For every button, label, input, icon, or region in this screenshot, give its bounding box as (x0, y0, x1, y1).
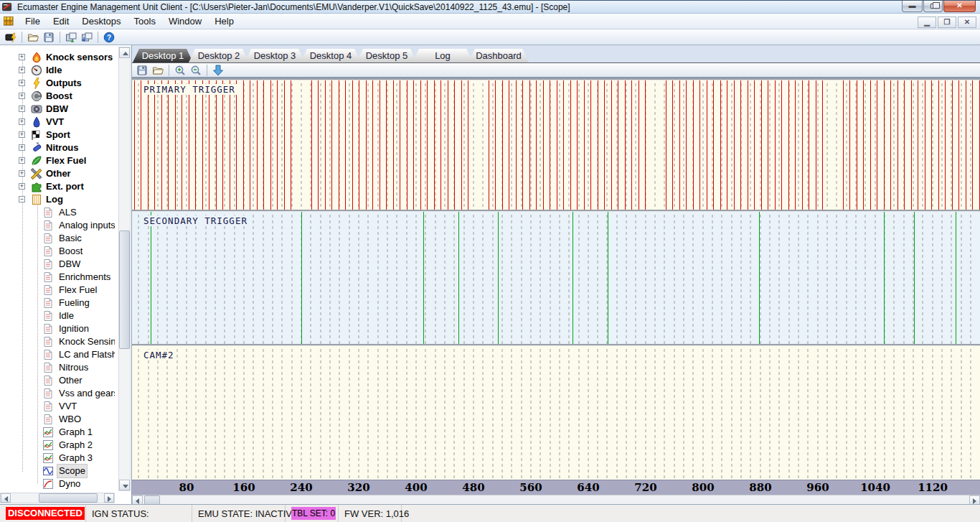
sidebar-item-scope[interactable]: Scope (0, 465, 115, 477)
sidebar-item-ignition[interactable]: Ignition (0, 322, 115, 335)
mdi-restore-button[interactable]: ❐ (938, 17, 956, 28)
sidebar-item-vvt[interactable]: VVT (0, 400, 115, 413)
sidebar-item-idle[interactable]: Idle (0, 309, 115, 322)
tab-log[interactable]: Log (413, 49, 473, 62)
sidebar-item-fueling[interactable]: Fueling (0, 297, 115, 309)
signal-pulse (345, 80, 346, 210)
sidebar-item-outputs[interactable]: +Outputs (0, 77, 115, 90)
signal-pulse (230, 80, 230, 210)
sidebar-item-idle[interactable]: +Idle (0, 64, 115, 77)
svg-text:?: ? (107, 34, 111, 42)
menu-desktops[interactable]: Desktops (75, 14, 127, 29)
menu-tools[interactable]: Tools (128, 14, 162, 29)
save-button[interactable] (134, 64, 150, 77)
expand-icon[interactable]: + (19, 118, 25, 125)
save-button[interactable] (41, 31, 57, 44)
sidebar-item-nitrous[interactable]: Nitrous (0, 361, 115, 374)
signal-pulse (870, 80, 871, 210)
read-emu-button[interactable] (63, 31, 79, 44)
signal-pulse (843, 80, 844, 210)
help-button[interactable]: ? (101, 31, 117, 44)
scope-panel-cam2[interactable]: CAM#2 (132, 346, 980, 480)
tab-desktop-4[interactable]: Desktop 4 (301, 49, 361, 62)
sidebar-item-graph-3[interactable]: Graph 3 (0, 452, 115, 465)
tab-dashboard[interactable]: Dashboard (468, 49, 529, 62)
sidebar-item-nitrous[interactable]: +Nitrous (0, 141, 115, 154)
minimize-button[interactable]: ▬ (902, 1, 923, 12)
sidebar-item-als[interactable]: ALS (0, 206, 115, 219)
menu-file[interactable]: File (19, 14, 47, 29)
expand-icon[interactable]: + (19, 93, 25, 99)
scroll-down-button[interactable] (119, 480, 130, 490)
axis-tick-label: 720 (624, 481, 667, 494)
tree-vertical-scrollbar[interactable] (118, 47, 131, 491)
collapse-icon[interactable]: − (19, 196, 25, 202)
expand-icon[interactable]: + (19, 54, 25, 60)
sidebar-item-lc-and-flatshif[interactable]: LC and Flatshif (0, 348, 115, 361)
sidebar-item-label: VVT (59, 400, 77, 413)
sidebar-item-flex-fuel[interactable]: +Flex Fuel (0, 154, 115, 167)
scope-panel-primary[interactable]: PRIMARY TRIGGER (132, 80, 980, 210)
tab-desktop-5[interactable]: Desktop 5 (357, 49, 417, 62)
sidebar-item-flex-fuel[interactable]: Flex Fuel (0, 284, 115, 297)
tree-horizontal-scrollbar[interactable] (0, 493, 115, 503)
zoom-in-button[interactable] (172, 64, 188, 77)
sidebar-item-boost[interactable]: Boost (0, 245, 115, 258)
menu-edit[interactable]: Edit (47, 14, 75, 29)
scope-horizontal-scrollbar[interactable] (132, 495, 980, 505)
signal-pulse (679, 80, 680, 210)
signal-pulse (250, 80, 250, 210)
sidebar-item-basic[interactable]: Basic (0, 232, 115, 245)
sidebar-item-wbo[interactable]: WBO (0, 413, 115, 426)
scroll-up-button[interactable] (119, 47, 130, 58)
tab-desktop-1[interactable]: Desktop 1 (133, 49, 193, 62)
sidebar-item-knock-sensors[interactable]: +Knock sensors (0, 51, 115, 64)
scope-view[interactable]: 8016024032040048056064072080088096010401… (132, 78, 980, 504)
connect-button[interactable] (3, 31, 19, 44)
scope-panel-secondary[interactable]: SECONDARY TRIGGER (132, 212, 980, 344)
open-folder-button[interactable] (150, 64, 166, 77)
graph-icon (42, 452, 54, 464)
download-button[interactable] (210, 64, 226, 77)
sidebar-item-analog-inputs[interactable]: Analog inputs (0, 219, 115, 232)
sidebar-item-dbw[interactable]: DBW (0, 258, 115, 271)
sidebar-item-other[interactable]: +Other (0, 167, 115, 180)
expand-icon[interactable]: + (19, 131, 25, 138)
sidebar-item-log[interactable]: −Log (0, 193, 115, 206)
menu-window[interactable]: Window (162, 14, 208, 29)
expand-icon[interactable]: + (19, 67, 25, 73)
restore-button[interactable] (923, 1, 943, 12)
sidebar-item-graph-2[interactable]: Graph 2 (0, 439, 115, 452)
expand-icon[interactable]: + (19, 170, 25, 177)
sidebar-item-boost[interactable]: +Boost (0, 90, 115, 103)
expand-icon[interactable]: + (19, 183, 25, 190)
menu-help[interactable]: Help (208, 14, 240, 29)
sidebar-item-dbw[interactable]: +DBW (0, 103, 115, 116)
sidebar-item-graph-1[interactable]: Graph 1 (0, 426, 115, 439)
sidebar-item-other[interactable]: Other (0, 374, 115, 387)
sidebar-item-knock-sensing[interactable]: Knock Sensing (0, 335, 115, 348)
signal-pulse (151, 212, 151, 344)
mdi-close-button[interactable]: ✕ (958, 17, 976, 28)
open-folder-button[interactable] (25, 31, 41, 44)
scroll-right-button[interactable] (104, 493, 114, 503)
zoom-out-button[interactable] (188, 64, 204, 77)
close-button[interactable]: ✕ (943, 1, 976, 12)
expand-icon[interactable]: + (19, 106, 25, 112)
tab-desktop-3[interactable]: Desktop 3 (245, 49, 305, 62)
sidebar-item-vvt[interactable]: +VVT (0, 116, 115, 129)
sidebar-item-vss-and-gears[interactable]: Vss and gears (0, 387, 115, 400)
scrollbar-thumb[interactable] (119, 230, 130, 349)
tab-desktop-2[interactable]: Desktop 2 (189, 49, 249, 62)
expand-icon[interactable]: + (19, 144, 25, 151)
expand-icon[interactable]: + (19, 80, 25, 86)
scroll-left-button[interactable] (1, 493, 11, 503)
mdi-minimize-button[interactable]: ▁ (918, 17, 936, 28)
write-emu-button[interactable] (79, 31, 95, 44)
sidebar-item-dyno[interactable]: Dyno (0, 477, 115, 490)
sidebar-item-enrichments[interactable]: Enrichments (0, 271, 115, 284)
expand-icon[interactable]: + (19, 157, 25, 164)
sidebar-item-ext-port[interactable]: +Ext. port (0, 180, 115, 193)
sidebar-item-sport[interactable]: +Sport (0, 129, 115, 141)
scrollbar-thumb[interactable] (39, 493, 98, 503)
